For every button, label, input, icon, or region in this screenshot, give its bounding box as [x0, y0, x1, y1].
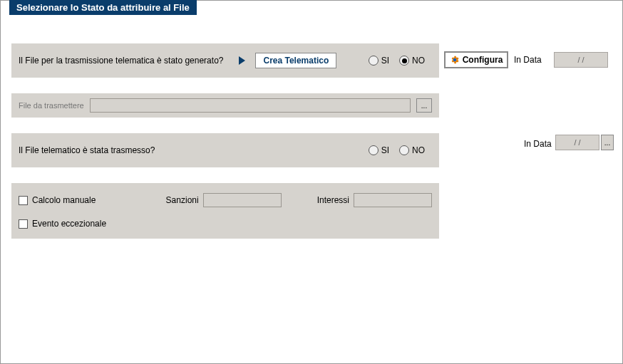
file-transmitted-question: Il File telematico è stata trasmesso?: [19, 145, 155, 155]
indata1-label: In Data: [514, 55, 542, 65]
row-file-path: File da trasmettere ...: [11, 93, 439, 118]
indata2-label: In Data: [524, 139, 552, 149]
calcolo-manuale-checkbox[interactable]: [19, 196, 28, 205]
file-path-label: File da trasmettere: [19, 101, 84, 110]
generated-no-label: NO: [412, 56, 425, 66]
date1-field[interactable]: / /: [554, 52, 608, 68]
generated-radio-group: SI NO: [369, 56, 432, 66]
transmitted-no-label: NO: [412, 145, 425, 155]
evento-eccezionale-checkbox[interactable]: [19, 219, 28, 229]
configura-button[interactable]: Configura: [444, 51, 508, 68]
date2-browse-button[interactable]: ...: [601, 135, 614, 150]
sanzioni-label: Sanzioni: [166, 195, 199, 205]
gear-icon: [450, 55, 460, 65]
generated-si-label: SI: [381, 56, 389, 66]
sanzioni-input[interactable]: [203, 193, 282, 207]
transmitted-no-radio[interactable]: [399, 145, 409, 155]
crea-telematico-button[interactable]: Crea Telematico: [255, 53, 336, 68]
interessi-label: Interessi: [317, 195, 349, 205]
transmitted-si-label: SI: [381, 145, 389, 155]
calcolo-manuale-label: Calcolo manuale: [32, 195, 96, 205]
row-file-generated: Il File per la trasmissione telematica è…: [11, 43, 439, 78]
play-icon: [239, 56, 245, 65]
transmitted-radio-group: SI NO: [369, 145, 432, 155]
generated-si-radio[interactable]: [369, 56, 379, 66]
date2-field[interactable]: / /: [555, 135, 599, 150]
configura-label: Configura: [463, 55, 503, 65]
generated-no-radio[interactable]: [399, 56, 409, 66]
evento-eccezionale-label: Evento eccezionale: [32, 219, 106, 229]
file-browse-button[interactable]: ...: [416, 98, 432, 113]
file-generated-question: Il File per la trasmissione telematica è…: [19, 56, 223, 66]
transmitted-si-radio[interactable]: [369, 145, 379, 155]
row-calc-options: Calcolo manuale Sanzioni Interessi Event…: [11, 183, 439, 239]
interessi-input[interactable]: [354, 193, 432, 207]
file-path-input[interactable]: [90, 98, 411, 113]
row-file-transmitted: Il File telematico è stata trasmesso? SI…: [11, 133, 439, 167]
section-title: Selezionare lo Stato da attribuire al Fi…: [9, 0, 197, 15]
